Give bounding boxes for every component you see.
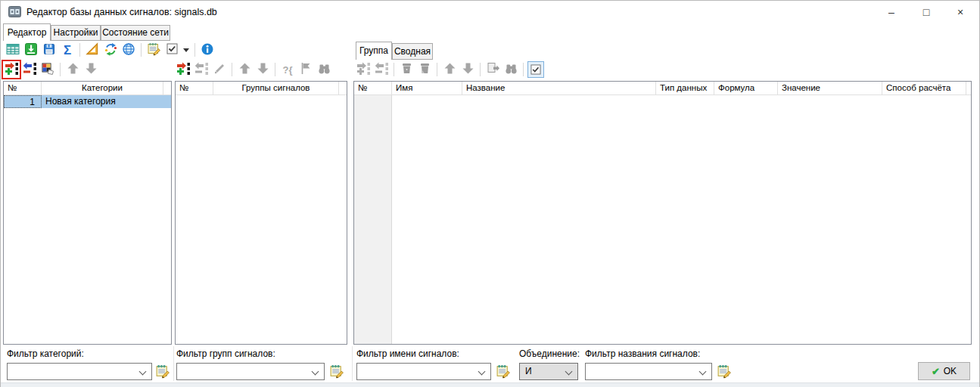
category-filter-combo[interactable] <box>7 363 152 380</box>
ok-button[interactable]: ✔ OK <box>918 362 970 380</box>
import-icon <box>24 42 38 58</box>
save-icon <box>42 42 56 58</box>
groups-list[interactable]: № Группы сигналов <box>175 81 347 345</box>
column-header-num[interactable]: № <box>176 82 213 94</box>
move-category-down-button[interactable] <box>82 60 100 79</box>
chevron-down-icon[interactable] <box>139 368 147 376</box>
add-icon <box>5 61 19 78</box>
group-expression-button[interactable]: ?{ <box>278 60 297 79</box>
tab-settings[interactable]: Настройки <box>51 25 101 41</box>
chevron-down-icon[interactable] <box>312 368 319 376</box>
remove-icon <box>23 61 37 78</box>
column-header-name[interactable]: Имя <box>392 82 462 94</box>
union-value: И <box>525 364 532 379</box>
move-signal-down-button[interactable] <box>459 60 477 79</box>
minimize-button[interactable]: – <box>879 1 904 23</box>
remove-category-button[interactable] <box>20 60 39 79</box>
column-header-num[interactable]: № <box>4 82 42 94</box>
move-category-up-button[interactable] <box>64 60 82 79</box>
toolbar-separator <box>79 43 80 57</box>
group-filter-edit-button[interactable] <box>328 364 344 380</box>
window-title: Редактор базы данных сигналов: signals.d… <box>26 1 217 23</box>
chevron-down-icon[interactable] <box>478 368 486 376</box>
network-button[interactable] <box>120 41 138 59</box>
checkbox-toggle-icon <box>527 61 544 78</box>
add-category-button[interactable] <box>2 60 20 79</box>
signals-table-header: № Имя Название Тип данных Формула Значен… <box>354 82 971 95</box>
sum-button[interactable]: Σ <box>58 41 76 59</box>
column-header-formula[interactable]: Формула <box>714 82 778 94</box>
group-filter-combo[interactable] <box>176 363 325 380</box>
edit-group-button[interactable] <box>210 60 229 79</box>
search-signals-button[interactable] <box>502 60 520 79</box>
chevron-down-icon[interactable] <box>565 368 573 376</box>
sigma-icon: Σ <box>64 44 71 57</box>
binoculars-icon <box>504 61 518 78</box>
signal-title-filter-input[interactable] <box>589 364 695 379</box>
close-button[interactable]: × <box>947 1 973 23</box>
category-filter-edit-button[interactable] <box>154 364 170 380</box>
signal-title-filter-combo[interactable] <box>585 363 712 380</box>
tab-group[interactable]: Группа <box>356 42 392 60</box>
toolbar-separator <box>437 63 437 76</box>
checkbox-options-dropdown-button[interactable] <box>181 41 191 59</box>
table-view-button[interactable] <box>4 41 22 59</box>
move-group-up-button[interactable] <box>235 60 254 79</box>
set-square-button[interactable] <box>83 41 101 59</box>
move-group-down-button[interactable] <box>254 60 272 79</box>
column-header-value[interactable]: Значение <box>778 82 882 94</box>
set-square-icon <box>86 42 99 58</box>
ok-button-label: OK <box>944 366 957 376</box>
info-button[interactable] <box>198 41 216 59</box>
toggle-checkboxes-button[interactable] <box>527 60 545 79</box>
tab-summary[interactable]: Сводная <box>392 43 433 60</box>
column-header-title[interactable]: Название <box>462 82 656 94</box>
maximize-button[interactable]: □ <box>913 1 939 23</box>
paste-signal-button[interactable] <box>415 60 434 79</box>
column-header-num[interactable]: № <box>354 82 392 94</box>
category-filter-input[interactable] <box>11 364 135 379</box>
filter-notepad-icon <box>717 364 732 381</box>
union-select[interactable]: И <box>519 363 578 380</box>
add-icon <box>176 61 191 78</box>
category-row[interactable]: 1 Новая категория <box>4 95 171 108</box>
edit-category-button[interactable] <box>39 60 57 79</box>
categories-list[interactable]: № Категории 1 Новая категория <box>3 81 172 345</box>
save-button[interactable] <box>40 41 58 59</box>
column-header-datatype[interactable]: Тип данных <box>656 82 714 94</box>
signal-name-filter-input[interactable] <box>360 364 474 379</box>
tab-network-state[interactable]: Состояние сети <box>101 25 170 41</box>
signal-db-editor-window: Редактор базы данных сигналов: signals.d… <box>0 0 980 387</box>
signal-name-filter-edit-button[interactable] <box>495 364 511 380</box>
remove-group-button[interactable] <box>192 60 210 79</box>
add-signal-button[interactable] <box>354 60 372 79</box>
add-icon <box>356 61 371 78</box>
copy-signal-button[interactable] <box>397 60 415 79</box>
signal-title-filter-edit-button[interactable] <box>716 364 732 380</box>
group-flag-button[interactable] <box>297 60 315 79</box>
main-toolbar: Σ <box>4 40 216 60</box>
column-header-calcmethod[interactable]: Способ расчёта <box>882 82 966 94</box>
expression-icon: ?{ <box>283 64 293 76</box>
add-group-button[interactable] <box>174 60 192 79</box>
signals-table[interactable]: № Имя Название Тип данных Формула Значен… <box>353 81 972 345</box>
column-header-categories[interactable]: Категории <box>42 82 163 94</box>
export-signals-button[interactable] <box>484 60 502 79</box>
chevron-down-icon[interactable] <box>699 368 707 376</box>
edit-list-button[interactable] <box>145 41 163 59</box>
pencil-icon <box>213 61 227 78</box>
toolbar-separator <box>141 43 142 57</box>
toolbar-separator <box>60 63 61 76</box>
search-groups-button[interactable] <box>315 60 333 79</box>
toolbar-separator <box>194 43 195 57</box>
sync-button[interactable] <box>101 41 120 59</box>
tab-editor[interactable]: Редактор <box>3 23 51 41</box>
import-button[interactable] <box>22 41 40 59</box>
checkbox-options-button[interactable] <box>163 41 181 59</box>
column-header-groups[interactable]: Группы сигналов <box>213 82 339 94</box>
group-filter-input[interactable] <box>180 364 307 379</box>
signal-name-filter-combo[interactable] <box>356 363 491 380</box>
remove-signal-button[interactable] <box>372 60 390 79</box>
move-signal-up-button[interactable] <box>440 60 459 79</box>
app-icon <box>8 6 21 20</box>
